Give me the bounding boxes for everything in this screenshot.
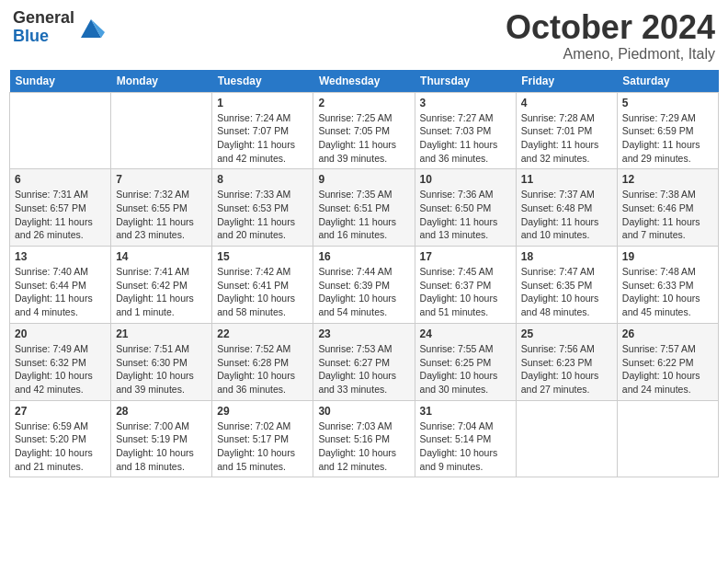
day-number: 5 xyxy=(622,97,713,109)
location-subtitle: Ameno, Piedmont, Italy xyxy=(506,46,715,63)
day-number: 19 xyxy=(622,250,713,263)
calendar-cell: 28Sunrise: 7:00 AM Sunset: 5:19 PM Dayli… xyxy=(111,400,212,477)
day-number: 13 xyxy=(15,250,106,263)
weekday-header: Thursday xyxy=(415,70,516,93)
calendar-cell: 15Sunrise: 7:42 AM Sunset: 6:41 PM Dayli… xyxy=(212,247,313,324)
calendar-cell: 1Sunrise: 7:24 AM Sunset: 7:07 PM Daylig… xyxy=(212,92,313,169)
weekday-header: Monday xyxy=(111,70,212,93)
day-number: 16 xyxy=(318,250,409,263)
calendar-cell: 13Sunrise: 7:40 AM Sunset: 6:44 PM Dayli… xyxy=(10,247,111,324)
day-number: 28 xyxy=(116,405,207,418)
day-number: 6 xyxy=(15,173,106,186)
logo: General Blue xyxy=(13,9,105,46)
day-number: 30 xyxy=(318,405,409,418)
day-info: Sunrise: 7:32 AM Sunset: 6:55 PM Dayligh… xyxy=(116,188,207,242)
day-number: 10 xyxy=(420,173,511,186)
month-title: October 2024 xyxy=(506,9,715,46)
day-number: 18 xyxy=(521,250,612,263)
calendar-cell: 31Sunrise: 7:04 AM Sunset: 5:14 PM Dayli… xyxy=(415,400,516,477)
logo-text: General Blue xyxy=(13,9,74,46)
weekday-header: Sunday xyxy=(10,70,111,93)
day-number: 31 xyxy=(420,405,511,418)
day-info: Sunrise: 7:41 AM Sunset: 6:42 PM Dayligh… xyxy=(116,265,207,319)
calendar-cell: 6Sunrise: 7:31 AM Sunset: 6:57 PM Daylig… xyxy=(10,169,111,247)
calendar-cell: 2Sunrise: 7:25 AM Sunset: 7:05 PM Daylig… xyxy=(313,92,415,169)
calendar-cell: 26Sunrise: 7:57 AM Sunset: 6:22 PM Dayli… xyxy=(617,323,718,400)
calendar-cell: 22Sunrise: 7:52 AM Sunset: 6:28 PM Dayli… xyxy=(212,323,313,400)
calendar-cell: 11Sunrise: 7:37 AM Sunset: 6:48 PM Dayli… xyxy=(516,169,617,247)
calendar-cell: 5Sunrise: 7:29 AM Sunset: 6:59 PM Daylig… xyxy=(617,92,718,169)
calendar-cell: 12Sunrise: 7:38 AM Sunset: 6:46 PM Dayli… xyxy=(617,169,718,247)
calendar-table: SundayMondayTuesdayWednesdayThursdayFrid… xyxy=(9,70,719,478)
day-info: Sunrise: 7:42 AM Sunset: 6:41 PM Dayligh… xyxy=(217,265,308,319)
day-info: Sunrise: 7:36 AM Sunset: 6:50 PM Dayligh… xyxy=(420,188,511,242)
day-info: Sunrise: 7:35 AM Sunset: 6:51 PM Dayligh… xyxy=(318,188,409,242)
calendar-cell: 10Sunrise: 7:36 AM Sunset: 6:50 PM Dayli… xyxy=(415,169,516,247)
day-number: 29 xyxy=(217,405,308,418)
day-info: Sunrise: 6:59 AM Sunset: 5:20 PM Dayligh… xyxy=(15,419,106,474)
calendar-cell: 27Sunrise: 6:59 AM Sunset: 5:20 PM Dayli… xyxy=(10,400,111,477)
day-info: Sunrise: 7:28 AM Sunset: 7:01 PM Dayligh… xyxy=(521,111,612,166)
calendar-cell: 17Sunrise: 7:45 AM Sunset: 6:37 PM Dayli… xyxy=(415,247,516,324)
day-info: Sunrise: 7:29 AM Sunset: 6:59 PM Dayligh… xyxy=(622,111,713,166)
weekday-header-row: SundayMondayTuesdayWednesdayThursdayFrid… xyxy=(10,70,719,93)
day-number: 25 xyxy=(521,327,612,340)
calendar-cell: 20Sunrise: 7:49 AM Sunset: 6:32 PM Dayli… xyxy=(10,323,111,400)
day-info: Sunrise: 7:55 AM Sunset: 6:25 PM Dayligh… xyxy=(420,342,511,396)
calendar-cell: 3Sunrise: 7:27 AM Sunset: 7:03 PM Daylig… xyxy=(415,92,516,169)
weekday-header: Wednesday xyxy=(313,70,415,93)
calendar-cell: 24Sunrise: 7:55 AM Sunset: 6:25 PM Dayli… xyxy=(415,323,516,400)
calendar-week-row: 6Sunrise: 7:31 AM Sunset: 6:57 PM Daylig… xyxy=(10,169,719,247)
calendar-cell: 14Sunrise: 7:41 AM Sunset: 6:42 PM Dayli… xyxy=(111,247,212,324)
calendar-week-row: 13Sunrise: 7:40 AM Sunset: 6:44 PM Dayli… xyxy=(10,247,719,324)
day-number: 12 xyxy=(622,173,713,186)
day-info: Sunrise: 7:53 AM Sunset: 6:27 PM Dayligh… xyxy=(318,342,409,396)
calendar-cell: 19Sunrise: 7:48 AM Sunset: 6:33 PM Dayli… xyxy=(617,247,718,324)
day-info: Sunrise: 7:52 AM Sunset: 6:28 PM Dayligh… xyxy=(217,342,308,396)
day-number: 21 xyxy=(116,327,207,340)
logo-general: General xyxy=(13,9,74,28)
day-info: Sunrise: 7:33 AM Sunset: 6:53 PM Dayligh… xyxy=(217,188,308,242)
calendar-cell: 18Sunrise: 7:47 AM Sunset: 6:35 PM Dayli… xyxy=(516,247,617,324)
day-info: Sunrise: 7:27 AM Sunset: 7:03 PM Dayligh… xyxy=(420,111,511,166)
day-info: Sunrise: 7:25 AM Sunset: 7:05 PM Dayligh… xyxy=(318,111,409,166)
day-number: 23 xyxy=(318,327,409,340)
day-info: Sunrise: 7:00 AM Sunset: 5:19 PM Dayligh… xyxy=(116,419,207,474)
day-info: Sunrise: 7:44 AM Sunset: 6:39 PM Dayligh… xyxy=(318,265,409,319)
calendar-week-row: 1Sunrise: 7:24 AM Sunset: 7:07 PM Daylig… xyxy=(10,92,719,169)
calendar-cell: 7Sunrise: 7:32 AM Sunset: 6:55 PM Daylig… xyxy=(111,169,212,247)
day-info: Sunrise: 7:03 AM Sunset: 5:16 PM Dayligh… xyxy=(318,419,409,474)
day-info: Sunrise: 7:56 AM Sunset: 6:23 PM Dayligh… xyxy=(521,342,612,396)
calendar-cell: 9Sunrise: 7:35 AM Sunset: 6:51 PM Daylig… xyxy=(313,169,415,247)
day-number: 26 xyxy=(622,327,713,340)
calendar-cell xyxy=(617,400,718,477)
day-number: 22 xyxy=(217,327,308,340)
weekday-header: Saturday xyxy=(617,70,718,93)
day-info: Sunrise: 7:49 AM Sunset: 6:32 PM Dayligh… xyxy=(15,342,106,396)
day-number: 20 xyxy=(15,327,106,340)
day-number: 14 xyxy=(116,250,207,263)
calendar-week-row: 20Sunrise: 7:49 AM Sunset: 6:32 PM Dayli… xyxy=(10,323,719,400)
day-info: Sunrise: 7:02 AM Sunset: 5:17 PM Dayligh… xyxy=(217,419,308,474)
day-number: 11 xyxy=(521,173,612,186)
day-info: Sunrise: 7:37 AM Sunset: 6:48 PM Dayligh… xyxy=(521,188,612,242)
day-number: 15 xyxy=(217,250,308,263)
calendar-cell: 16Sunrise: 7:44 AM Sunset: 6:39 PM Dayli… xyxy=(313,247,415,324)
page-header: General Blue October 2024 Ameno, Piedmon… xyxy=(9,9,719,63)
calendar-cell: 25Sunrise: 7:56 AM Sunset: 6:23 PM Dayli… xyxy=(516,323,617,400)
day-info: Sunrise: 7:47 AM Sunset: 6:35 PM Dayligh… xyxy=(521,265,612,319)
logo-icon xyxy=(77,14,105,41)
day-info: Sunrise: 7:40 AM Sunset: 6:44 PM Dayligh… xyxy=(15,265,106,319)
calendar-cell: 8Sunrise: 7:33 AM Sunset: 6:53 PM Daylig… xyxy=(212,169,313,247)
day-info: Sunrise: 7:48 AM Sunset: 6:33 PM Dayligh… xyxy=(622,265,713,319)
day-info: Sunrise: 7:31 AM Sunset: 6:57 PM Dayligh… xyxy=(15,188,106,242)
day-number: 1 xyxy=(217,97,308,109)
calendar-cell xyxy=(516,400,617,477)
logo-blue: Blue xyxy=(13,28,74,46)
day-info: Sunrise: 7:04 AM Sunset: 5:14 PM Dayligh… xyxy=(420,419,511,474)
day-info: Sunrise: 7:38 AM Sunset: 6:46 PM Dayligh… xyxy=(622,188,713,242)
day-info: Sunrise: 7:51 AM Sunset: 6:30 PM Dayligh… xyxy=(116,342,207,396)
day-info: Sunrise: 7:57 AM Sunset: 6:22 PM Dayligh… xyxy=(622,342,713,396)
calendar-cell: 21Sunrise: 7:51 AM Sunset: 6:30 PM Dayli… xyxy=(111,323,212,400)
title-block: October 2024 Ameno, Piedmont, Italy xyxy=(506,9,715,63)
